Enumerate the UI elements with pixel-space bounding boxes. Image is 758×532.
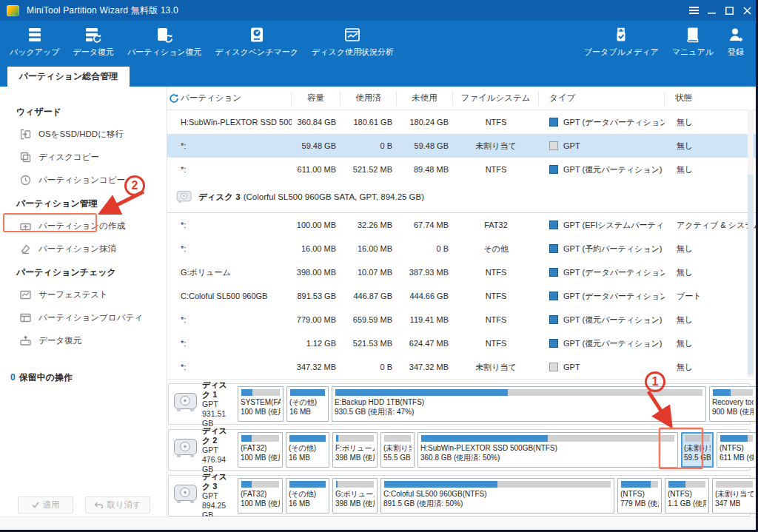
toolbar-item-manual[interactable]: マニュアル — [665, 21, 720, 61]
close-button[interactable] — [738, 0, 756, 21]
disk-block[interactable]: (その他)16 MB — [286, 386, 329, 422]
usage-bar — [241, 481, 279, 488]
disk-block[interactable]: H:SubWin-PLEXTOR SSD 500GB(NTFS)360.8 GB… — [417, 432, 678, 468]
apply-button[interactable]: 適用 — [18, 496, 73, 514]
usage-bar — [621, 481, 658, 488]
cell-status: 無し — [665, 164, 756, 175]
sidebar-item-data-restore[interactable]: データ復元 — [0, 329, 167, 352]
disk-block[interactable]: (NTFS)611 MB (使用 — [717, 432, 756, 468]
block-label: (その他) — [289, 444, 326, 454]
disk-block[interactable]: F:ボリューム(N398 MB (使用 — [332, 432, 378, 468]
minimize-button[interactable] — [702, 0, 720, 21]
cell-unused: 347.32 MB — [397, 363, 453, 371]
cell-type: GPT (復元パーティション) — [539, 338, 665, 349]
cell-capacity: 347.32 MB — [292, 363, 341, 371]
toolbar-item-label: ブータブルメディア — [584, 47, 659, 58]
sidebar-item-label: OSをSSD/HDDに移行 — [38, 129, 124, 140]
disk-label-disk1[interactable]: ディスク 1GPT931.51 GB — [169, 384, 235, 424]
toolbar-left-group: バックアップデータ復元パーティション復元ディスクベンチマークディスク使用状況分析 — [3, 21, 400, 61]
block-label: Recovery too — [712, 398, 754, 408]
disk-label-disk2[interactable]: ディスク 2GPT476.94 GB — [169, 430, 235, 470]
usage-bar-fill — [335, 389, 508, 396]
cell-used: 521.53 MB — [341, 339, 397, 348]
sidebar-item-partition-copy[interactable]: パーティションコピー — [0, 169, 167, 192]
undo-button[interactable]: 取り消す — [85, 496, 150, 514]
migrate-icon — [19, 128, 32, 141]
main-area: ウィザードOSをSSD/HDDに移行ディスクコピーパーティションコピーパーティシ… — [0, 87, 756, 516]
toolbar-item-register[interactable]: 登録 — [720, 21, 751, 61]
sidebar-item-os-migrate[interactable]: OSをSSD/HDDに移行 — [0, 123, 167, 146]
partition-type-square-icon — [549, 220, 558, 229]
maximize-button[interactable] — [720, 0, 738, 21]
usage-bar-fill — [384, 481, 497, 488]
disk-blocks: (FAT32)100 MB (使用(その他)16 MBF:ボリューム(N398 … — [235, 430, 756, 470]
tab-partition-management[interactable]: パーティション総合管理 — [7, 67, 130, 87]
sidebar-item-disk-copy[interactable]: ディスクコピー — [0, 146, 167, 169]
disk-block[interactable]: (NTFS)779 MB (使用 — [617, 478, 662, 514]
refresh-icon[interactable] — [167, 91, 181, 106]
table-row[interactable]: *:347.32 MB0 B347.32 MB未割り当てGPT無し — [167, 355, 756, 379]
toolbar-item-bootable-media[interactable]: ブータブルメディア — [577, 21, 665, 61]
disk-block[interactable]: (NTFS)1.1 GB (使用済: — [665, 478, 709, 514]
menu-icon[interactable] — [685, 0, 702, 21]
cell-partition-name: H:SubWin-PLEXTOR SSD 500GB — [181, 118, 292, 127]
cell-capacity: 360.84 GB — [292, 118, 341, 127]
disk-label-texts: ディスク 2GPT476.94 GB — [202, 426, 235, 474]
action-buttons: 適用 取り消す — [0, 496, 167, 514]
table-row[interactable]: H:SubWin-PLEXTOR SSD 500GB360.84 GB180.6… — [167, 110, 756, 134]
table-row[interactable]: *:59.48 GB0 B59.48 GB未割り当てGPT無し — [167, 134, 756, 158]
block-size: 100 MB (使用 — [241, 499, 280, 509]
cell-capacity: 611.00 MB — [292, 165, 341, 174]
table-row[interactable]: C:Coloful SL500 960GB891.53 GB446.87 GB4… — [167, 284, 756, 308]
disk-block[interactable]: G:ボリューム(N398 MB (使用 — [332, 478, 378, 514]
partition-type-square-icon — [549, 315, 558, 324]
tab-strip: パーティション総合管理 — [0, 67, 756, 87]
create-partition-icon — [19, 220, 32, 232]
table-row[interactable]: *:1.12 GB521.53 MB624.47 MBNTFSGPT (復元パー… — [167, 331, 756, 355]
disk-blocks: SYSTEM(FAT3100 MB (使用(その他)16 MBE:Backup … — [235, 384, 756, 424]
cell-status: 無し — [665, 362, 756, 373]
table-row[interactable]: *:779.00 MB659.59 MB119.41 MBNTFSGPT (復元… — [167, 308, 756, 331]
disk-block[interactable]: (未割り当て)347 MB — [712, 478, 756, 514]
vertical-scrollbar[interactable] — [748, 110, 754, 377]
disk-block[interactable]: (その他)16 MB — [286, 432, 329, 468]
disk-block[interactable]: (FAT32)100 MB (使用 — [238, 432, 283, 468]
toolbar-item-data-recovery[interactable]: データ復元 — [67, 21, 121, 61]
sidebar-item-partition-properties[interactable]: パーティションプロパティ — [0, 306, 167, 329]
block-size: 100 MB (使用 — [241, 454, 280, 463]
sidebar-item-label: パーティションコピー — [38, 175, 125, 186]
sidebar-item-create-partition[interactable]: パーティションの作成 — [0, 215, 167, 238]
disk-block[interactable]: (FAT32)100 MB (使用 — [238, 478, 283, 514]
sidebar-item-surface-test[interactable]: サーフェステスト — [0, 283, 167, 306]
sidebar-item-wipe-partition[interactable]: パーティション抹消 — [0, 238, 167, 260]
cell-unused: 180.24 GB — [397, 118, 453, 127]
disk-block-selected[interactable]: (未割り当て59.5 GB — [681, 432, 714, 468]
disk-block[interactable]: (未割り当て55.5 GB — [380, 432, 415, 468]
cell-used: 0 B — [341, 141, 397, 150]
usage-bar-fill — [241, 435, 252, 442]
toolbar-item-label: 登録 — [728, 47, 744, 58]
column-header-5: ファイルシステム — [453, 91, 539, 106]
disk-block[interactable]: E:Backup HDD 1TB(NTFS)930.5 GB (使用済: 47%… — [332, 386, 706, 422]
table-row[interactable]: G:ボリューム398.00 MB10.07 MB387.93 MBNTFSGPT… — [167, 260, 756, 284]
toolbar-item-disk-analysis[interactable]: ディスク使用状況分析 — [305, 21, 400, 61]
disk-block[interactable]: C:Coloful SL500 960GB(NTFS)891.5 GB (使用済… — [380, 478, 614, 514]
usage-bar-fill — [290, 389, 325, 396]
toolbar-item-partition-recovery[interactable]: パーティション復元 — [121, 21, 209, 61]
usage-bar-fill — [421, 435, 548, 442]
cell-type-label: GPT (データパーティション) — [563, 117, 665, 128]
table-row[interactable]: *:100.00 MB32.26 MB67.74 MBFAT32GPT (EFI… — [167, 213, 756, 237]
table-row[interactable]: *:16.00 MB16.00 MB0 Bその他GPT (予約パーティション)無… — [167, 237, 756, 260]
scrollbar-thumb[interactable] — [748, 175, 754, 374]
table-row[interactable]: *:611.00 MB521.52 MB89.48 MBNTFSGPT (復元パ… — [167, 158, 756, 181]
toolbar-item-disk-benchmark[interactable]: ディスクベンチマーク — [209, 21, 305, 61]
cell-filesystem: NTFS — [453, 292, 539, 300]
disk-label-disk3[interactable]: ディスク 3GPT894.25 GB — [169, 476, 235, 516]
disk-block[interactable]: Recovery too900 MB (使用 — [709, 386, 756, 422]
disk-block[interactable]: (その他)16 MB — [286, 478, 329, 514]
toolbar-item-backup[interactable]: バックアップ — [3, 21, 67, 61]
disk-block[interactable]: SYSTEM(FAT3100 MB (使用 — [238, 386, 284, 422]
bootable-media-icon — [612, 25, 630, 44]
toolbar-item-label: ディスク使用状況分析 — [312, 47, 394, 58]
disk-label-texts: ディスク 1GPT931.51 GB — [202, 380, 235, 428]
